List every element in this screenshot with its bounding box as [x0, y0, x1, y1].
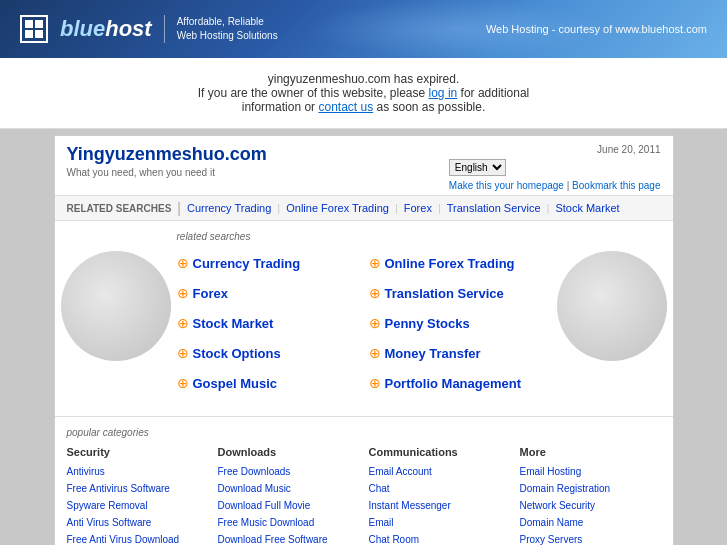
bookmark-link[interactable]: Bookmark this page	[572, 180, 660, 191]
list-item: ⊕ Money Transfer	[369, 340, 551, 366]
site-header-right: June 20, 2011 English Make this your hom…	[449, 144, 661, 191]
site-links: Make this your homepage | Bookmark this …	[449, 180, 661, 191]
related-bar-link-1[interactable]: Online Forex Trading	[286, 202, 389, 214]
search-link-gospel-music[interactable]: Gospel Music	[193, 376, 278, 391]
homepage-link[interactable]: Make this your homepage	[449, 180, 564, 191]
expired-line2: If you are the owner of this website, pl…	[20, 86, 707, 100]
plus-circle-icon: ⊕	[177, 255, 189, 271]
category-link[interactable]: Download Music	[218, 480, 359, 497]
category-link[interactable]: Chat Room	[369, 531, 510, 545]
page-header: bluehost Affordable, Reliable Web Hostin…	[0, 0, 727, 58]
category-link[interactable]: Domain Registration	[520, 480, 661, 497]
categories-grid: Security Antivirus Free Antivirus Softwa…	[67, 446, 661, 545]
category-heading-communications: Communications	[369, 446, 510, 458]
list-item: ⊕ Currency Trading	[177, 250, 359, 276]
decorative-circle-left	[61, 251, 171, 361]
list-item: ⊕ Translation Service	[369, 280, 551, 306]
plus-circle-icon: ⊕	[177, 345, 189, 361]
related-bar-divider: |	[177, 200, 181, 216]
decorative-circle-right	[557, 251, 667, 361]
category-link[interactable]: Download Full Movie	[218, 497, 359, 514]
category-link[interactable]: Email Hosting	[520, 463, 661, 480]
category-link[interactable]: Network Security	[520, 497, 661, 514]
login-link[interactable]: log in	[429, 86, 458, 100]
plus-circle-icon: ⊕	[177, 285, 189, 301]
search-link-forex[interactable]: Forex	[193, 286, 228, 301]
search-link-stock-market[interactable]: Stock Market	[193, 316, 274, 331]
search-link-penny-stocks[interactable]: Penny Stocks	[385, 316, 470, 331]
category-link[interactable]: Domain Name	[520, 514, 661, 531]
category-link[interactable]: Anti Virus Software	[67, 514, 208, 531]
logo-text: bluehost	[60, 16, 152, 42]
search-link-online-forex[interactable]: Online Forex Trading	[385, 256, 515, 271]
list-item: ⊕ Stock Market	[177, 310, 359, 336]
site-title: Yingyuzenmeshuo.com	[67, 144, 267, 165]
plus-circle-icon: ⊕	[177, 375, 189, 391]
category-col-more: More Email Hosting Domain Registration N…	[520, 446, 661, 545]
expired-line3: information or contact us as soon as pos…	[20, 100, 707, 114]
related-searches-bar: RELATED SEARCHES | Currency Trading | On…	[55, 196, 673, 221]
list-item: ⊕ Stock Options	[177, 340, 359, 366]
language-select[interactable]: English	[449, 159, 506, 176]
bluehost-logo-icon	[20, 15, 48, 43]
category-link[interactable]: Free Downloads	[218, 463, 359, 480]
category-link[interactable]: Email Account	[369, 463, 510, 480]
site-header: Yingyuzenmeshuo.com What you need, when …	[55, 136, 673, 196]
expired-notice: yingyuzenmeshuo.com has expired. If you …	[0, 58, 727, 129]
search-link-currency-trading[interactable]: Currency Trading	[193, 256, 301, 271]
site-title-area: Yingyuzenmeshuo.com What you need, when …	[67, 144, 267, 178]
category-col-communications: Communications Email Account Chat Instan…	[369, 446, 510, 545]
category-link[interactable]: Antivirus	[67, 463, 208, 480]
search-links-grid: ⊕ Currency Trading ⊕ Online Forex Tradin…	[177, 250, 551, 396]
main-wrapper: Yingyuzenmeshuo.com What you need, when …	[0, 129, 727, 545]
related-bar-label: RELATED SEARCHES	[67, 203, 172, 214]
plus-circle-icon: ⊕	[369, 315, 381, 331]
category-link[interactable]: Spyware Removal	[67, 497, 208, 514]
category-col-security: Security Antivirus Free Antivirus Softwa…	[67, 446, 208, 545]
category-link[interactable]: Proxy Servers	[520, 531, 661, 545]
list-item: ⊕ Portfolio Management	[369, 370, 551, 396]
category-heading-downloads: Downloads	[218, 446, 359, 458]
related-bar-link-2[interactable]: Forex	[404, 202, 432, 214]
category-link[interactable]: Free Music Download	[218, 514, 359, 531]
site-date: June 20, 2011	[449, 144, 661, 155]
related-searches-label: related searches	[177, 231, 551, 242]
search-results-section: related searches ⊕ Currency Trading ⊕ On…	[55, 221, 673, 406]
search-link-portfolio[interactable]: Portfolio Management	[385, 376, 522, 391]
plus-circle-icon: ⊕	[369, 375, 381, 391]
category-link[interactable]: Email	[369, 514, 510, 531]
category-link[interactable]: Download Free Software	[218, 531, 359, 545]
list-item: ⊕ Forex	[177, 280, 359, 306]
list-item: ⊕ Online Forex Trading	[369, 250, 551, 276]
logo-area: bluehost Affordable, Reliable Web Hostin…	[20, 15, 278, 43]
related-bar-link-4[interactable]: Stock Market	[555, 202, 619, 214]
category-link[interactable]: Free Anti Virus Download	[67, 531, 208, 545]
search-content: related searches ⊕ Currency Trading ⊕ On…	[177, 231, 551, 396]
list-item: ⊕ Gospel Music	[177, 370, 359, 396]
plus-circle-icon: ⊕	[369, 285, 381, 301]
popular-label: popular categories	[67, 427, 661, 438]
expired-line1: yingyuzenmeshuo.com has expired.	[20, 72, 707, 86]
related-bar-link-0[interactable]: Currency Trading	[187, 202, 271, 214]
plus-circle-icon: ⊕	[369, 345, 381, 361]
category-link[interactable]: Free Antivirus Software	[67, 480, 208, 497]
search-link-money-transfer[interactable]: Money Transfer	[385, 346, 481, 361]
header-hosting-notice: Web Hosting - courtesy of www.bluehost.c…	[486, 23, 707, 35]
plus-circle-icon: ⊕	[177, 315, 189, 331]
category-link[interactable]: Chat	[369, 480, 510, 497]
category-link[interactable]: Instant Messenger	[369, 497, 510, 514]
category-heading-more: More	[520, 446, 661, 458]
plus-circle-icon: ⊕	[369, 255, 381, 271]
logo-tagline: Affordable, Reliable Web Hosting Solutio…	[164, 15, 278, 43]
category-heading-security: Security	[67, 446, 208, 458]
category-col-downloads: Downloads Free Downloads Download Music …	[218, 446, 359, 545]
search-link-stock-options[interactable]: Stock Options	[193, 346, 281, 361]
language-selector-area: English	[449, 159, 661, 176]
popular-categories-section: popular categories Security Antivirus Fr…	[55, 416, 673, 545]
list-item: ⊕ Penny Stocks	[369, 310, 551, 336]
search-link-translation[interactable]: Translation Service	[385, 286, 504, 301]
site-subtitle: What you need, when you need it	[67, 167, 267, 178]
related-bar-link-3[interactable]: Translation Service	[447, 202, 541, 214]
contact-link[interactable]: contact us	[318, 100, 373, 114]
content-box: Yingyuzenmeshuo.com What you need, when …	[54, 135, 674, 545]
